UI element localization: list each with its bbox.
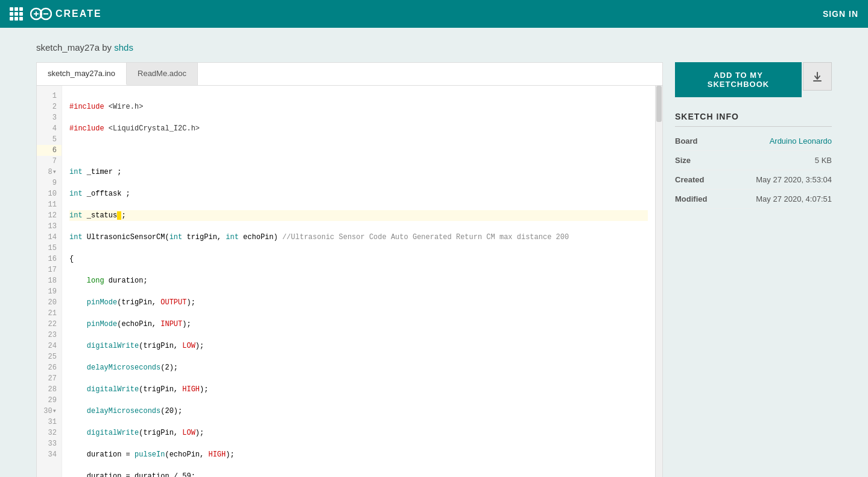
line-numbers: 1 2 3 4 5 6 7 8▾ 9 10 11 12 13 14 15 16 — [37, 86, 62, 477]
author-link[interactable]: shds — [114, 42, 133, 53]
grid-icon[interactable] — [10, 7, 23, 21]
sketch-info-title: SKETCH INFO — [675, 112, 832, 127]
board-value[interactable]: Arduino Leonardo — [770, 136, 832, 146]
add-to-sketchbook-button[interactable]: ADD TO MY SKETCHBOOK — [675, 62, 802, 97]
code-area: 1 2 3 4 5 6 7 8▾ 9 10 11 12 13 14 15 16 — [37, 86, 662, 477]
arduino-logo-icon — [30, 7, 52, 21]
info-row-modified: Modified May 27 2020, 4:07:51 — [675, 190, 832, 209]
page-content: sketch_may27a by shds sketch_may27a.ino … — [0, 28, 868, 477]
logo: CREATE — [30, 7, 102, 21]
logo-text: CREATE — [55, 8, 102, 19]
board-label: Board — [675, 136, 698, 146]
sketch-info-panel: SKETCH INFO Board Arduino Leonardo Size … — [675, 112, 832, 209]
size-value: 5 KB — [815, 156, 832, 165]
topnav: CREATE SIGN IN — [0, 0, 868, 28]
info-row-size: Size 5 KB — [675, 151, 832, 170]
code-content[interactable]: #include <Wire.h> #include <LiquidCrysta… — [62, 86, 655, 477]
info-row-created: Created May 27 2020, 3:53:04 — [675, 170, 832, 190]
sketch-title: sketch_may27a by shds — [36, 42, 832, 53]
topnav-left: CREATE — [10, 7, 102, 21]
editor-panel: sketch_may27a.ino ReadMe.adoc 1 2 3 4 5 … — [36, 62, 663, 477]
modified-label: Modified — [675, 194, 707, 203]
editor-container: sketch_may27a.ino ReadMe.adoc 1 2 3 4 5 … — [36, 62, 832, 477]
download-button[interactable] — [803, 62, 832, 91]
tab-sketch[interactable]: sketch_may27a.ino — [37, 63, 127, 85]
created-label: Created — [675, 175, 704, 184]
modified-value: May 27 2020, 4:07:51 — [756, 194, 832, 203]
sign-in-button[interactable]: SIGN IN — [823, 9, 858, 19]
created-value: May 27 2020, 3:53:04 — [756, 175, 832, 184]
vertical-scrollbar[interactable] — [655, 86, 662, 477]
info-row-board: Board Arduino Leonardo — [675, 132, 832, 151]
tab-readme[interactable]: ReadMe.adoc — [127, 63, 198, 85]
action-buttons: ADD TO MY SKETCHBOOK — [675, 62, 832, 97]
size-label: Size — [675, 156, 691, 165]
download-icon — [812, 71, 823, 82]
tab-bar: sketch_may27a.ino ReadMe.adoc — [37, 63, 662, 86]
right-panel: ADD TO MY SKETCHBOOK SKETCH INFO Board A… — [675, 62, 832, 209]
